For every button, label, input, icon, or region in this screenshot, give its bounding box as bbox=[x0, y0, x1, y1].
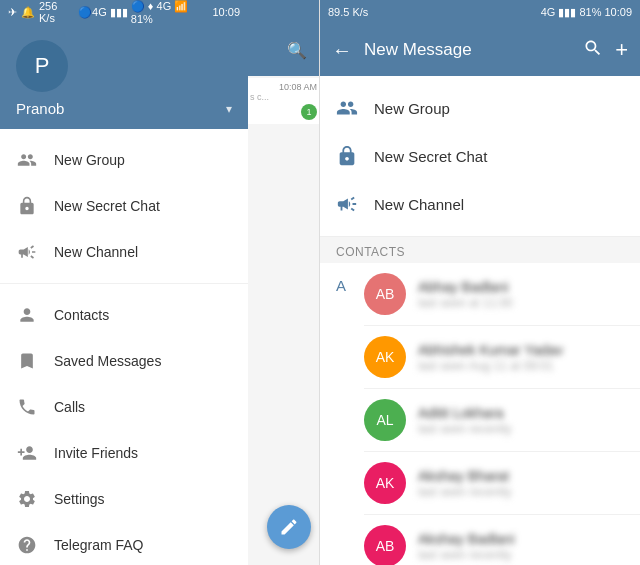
contacts-in-section-a: AB Abhay Badlani last seen at 11:00 AK A… bbox=[364, 263, 640, 565]
chat-time: 10:08 AM bbox=[250, 82, 317, 92]
menu-item-calls[interactable]: Calls bbox=[0, 384, 248, 430]
right-menu-new-channel[interactable]: New Channel bbox=[320, 180, 640, 228]
new-group-label: New Group bbox=[54, 152, 125, 168]
contact-item-2[interactable]: AL Aditit Lokhara last seen recently bbox=[364, 389, 640, 452]
right-battery: 81% bbox=[579, 6, 601, 18]
contacts-icon bbox=[16, 304, 38, 326]
calls-label: Calls bbox=[54, 399, 85, 415]
bluetooth-icon: 🔵 bbox=[78, 6, 92, 19]
new-channel-label: New Channel bbox=[54, 244, 138, 260]
contact-avatar-3: AK bbox=[364, 462, 406, 504]
contact-avatar-1: AK bbox=[364, 336, 406, 378]
menu-item-settings[interactable]: Settings bbox=[0, 476, 248, 522]
settings-icon bbox=[16, 488, 38, 510]
contact-sub-4: last seen recently bbox=[418, 548, 624, 562]
menu-item-contacts[interactable]: Contacts bbox=[0, 292, 248, 338]
clock-left: 10:09 bbox=[212, 6, 240, 18]
compose-fab[interactable] bbox=[267, 505, 311, 549]
right-new-secret-chat-label: New Secret Chat bbox=[374, 148, 487, 165]
speed-indicator: 256 K/s bbox=[39, 0, 74, 24]
status-left-icons: ✈ 🔔 256 K/s 🔵 bbox=[8, 0, 92, 24]
middle-toolbar: 🔍 bbox=[248, 24, 319, 76]
chat-list-partial: 10:08 AM s c... 1 bbox=[248, 76, 319, 565]
menu-item-new-secret-chat[interactable]: New Secret Chat bbox=[0, 183, 248, 229]
right-menu-new-secret-chat[interactable]: New Secret Chat bbox=[320, 132, 640, 180]
right-new-group-label: New Group bbox=[374, 100, 450, 117]
search-icon-right[interactable] bbox=[583, 38, 603, 63]
section-letter-a: A bbox=[320, 263, 364, 308]
right-new-channel-label: New Channel bbox=[374, 196, 464, 213]
right-new-group-icon bbox=[336, 97, 358, 119]
contact-sub-3: last seen recently bbox=[418, 485, 624, 499]
contacts-header: CONTACTS bbox=[320, 237, 640, 263]
menu-item-invite-friends[interactable]: Invite Friends bbox=[0, 430, 248, 476]
menu-section-create: New Group New Secret Chat bbox=[0, 129, 248, 284]
new-group-icon bbox=[16, 149, 38, 171]
contacts-list: A AB Abhay Badlani last seen at 11:00 AK… bbox=[320, 263, 640, 565]
contact-info-0: Abhay Badlani last seen at 11:00 bbox=[418, 279, 624, 310]
right-menu-new-group[interactable]: New Group bbox=[320, 84, 640, 132]
contact-avatar-2: AL bbox=[364, 399, 406, 441]
unread-badge: 1 bbox=[301, 104, 317, 120]
contact-section-a: A AB Abhay Badlani last seen at 11:00 AK… bbox=[320, 263, 640, 565]
lock-icon bbox=[16, 195, 38, 217]
new-secret-chat-label: New Secret Chat bbox=[54, 198, 160, 214]
middle-status-bar bbox=[248, 0, 319, 24]
contact-sub-2: last seen recently bbox=[418, 422, 624, 436]
contact-item-4[interactable]: AB Akshay Badlani last seen recently bbox=[364, 515, 640, 565]
chevron-down-icon[interactable]: ▾ bbox=[226, 102, 232, 116]
contact-item-0[interactable]: AB Abhay Badlani last seen at 11:00 bbox=[364, 263, 640, 326]
invite-friends-label: Invite Friends bbox=[54, 445, 138, 461]
contact-name-1: Abhishek Kumar Yadav bbox=[418, 342, 624, 358]
contact-info-1: Abhishek Kumar Yadav last seen Aug 11 at… bbox=[418, 342, 624, 373]
contact-item-3[interactable]: AK Akshay Bharat last seen recently bbox=[364, 452, 640, 515]
contact-avatar-0: AB bbox=[364, 273, 406, 315]
app-icon: ✈ bbox=[8, 6, 17, 19]
bookmark-icon bbox=[16, 350, 38, 372]
megaphone-icon bbox=[16, 241, 38, 263]
left-drawer: ✈ 🔔 256 K/s 🔵 4G ▮▮▮ 🔵 ♦ 4G 📶 81% 10:09 … bbox=[0, 0, 248, 565]
invite-friends-icon bbox=[16, 442, 38, 464]
right-status-icons: 4G ▮▮▮ 81% 10:09 bbox=[541, 6, 632, 19]
add-button[interactable]: + bbox=[615, 37, 628, 63]
contact-name-0: Abhay Badlani bbox=[418, 279, 624, 295]
signal-text: 4G bbox=[92, 6, 107, 18]
contact-info-3: Akshay Bharat last seen recently bbox=[418, 468, 624, 499]
menu-item-telegram-faq[interactable]: Telegram FAQ bbox=[0, 522, 248, 565]
notification-icon: 🔔 bbox=[21, 6, 35, 19]
right-panel: 89.5 K/s 4G ▮▮▮ 81% 10:09 ← New Message … bbox=[320, 0, 640, 565]
battery-level: 🔵 ♦ 4G 📶 81% bbox=[131, 0, 210, 25]
right-lock-icon bbox=[336, 145, 358, 167]
right-toolbar: ← New Message + bbox=[320, 24, 640, 76]
right-signal-bars: ▮▮▮ bbox=[558, 6, 576, 19]
status-right-icons: 4G ▮▮▮ 🔵 ♦ 4G 📶 81% 10:09 bbox=[92, 0, 240, 25]
drawer-header: P Pranob ▾ bbox=[0, 24, 248, 129]
search-icon-middle[interactable]: 🔍 bbox=[287, 41, 307, 60]
chat-item-partial: 10:08 AM s c... 1 bbox=[248, 78, 319, 124]
toolbar-title: New Message bbox=[364, 40, 571, 60]
calls-icon bbox=[16, 396, 38, 418]
right-clock: 10:09 bbox=[604, 6, 632, 18]
right-speed: 89.5 K/s bbox=[328, 6, 368, 18]
contact-sub-1: last seen Aug 11 at 09:01 bbox=[418, 359, 624, 373]
contact-info-2: Aditit Lokhara last seen recently bbox=[418, 405, 624, 436]
user-name: Pranob bbox=[16, 100, 64, 117]
right-status-bar: 89.5 K/s 4G ▮▮▮ 81% 10:09 bbox=[320, 0, 640, 24]
contact-item-1[interactable]: AK Abhishek Kumar Yadav last seen Aug 11… bbox=[364, 326, 640, 389]
settings-label: Settings bbox=[54, 491, 105, 507]
contact-name-4: Akshay Badlani bbox=[418, 531, 624, 547]
left-status-bar: ✈ 🔔 256 K/s 🔵 4G ▮▮▮ 🔵 ♦ 4G 📶 81% 10:09 bbox=[0, 0, 248, 24]
contact-avatar-4: AB bbox=[364, 525, 406, 565]
drawer-menu: New Group New Secret Chat bbox=[0, 129, 248, 565]
contacts-label: Contacts bbox=[54, 307, 109, 323]
menu-item-new-channel[interactable]: New Channel bbox=[0, 229, 248, 275]
signal-bars: ▮▮▮ bbox=[110, 6, 128, 19]
contact-name-2: Aditit Lokhara bbox=[418, 405, 624, 421]
menu-item-new-group[interactable]: New Group bbox=[0, 137, 248, 183]
contact-name-3: Akshay Bharat bbox=[418, 468, 624, 484]
telegram-faq-label: Telegram FAQ bbox=[54, 537, 143, 553]
menu-item-saved-messages[interactable]: Saved Messages bbox=[0, 338, 248, 384]
right-menu: New Group New Secret Chat New Channel bbox=[320, 76, 640, 237]
back-button[interactable]: ← bbox=[332, 39, 352, 62]
contact-sub-0: last seen at 11:00 bbox=[418, 296, 624, 310]
